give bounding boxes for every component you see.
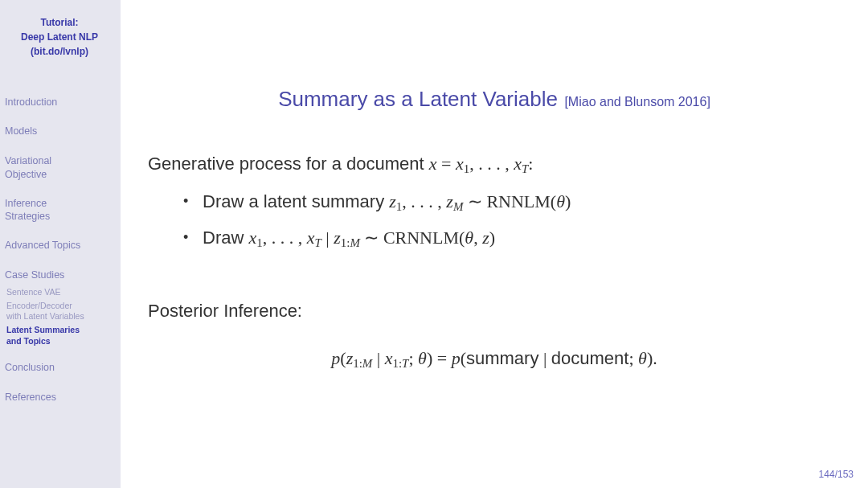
math-colon: : — [528, 154, 533, 174]
nav-models[interactable]: Models — [5, 125, 114, 138]
bullet1-prefix: Draw a latent summary — [203, 191, 389, 211]
math-dots3: , . . . , — [263, 228, 307, 248]
nav-sub-latsum-l1: Latent Summaries — [6, 325, 80, 334]
nav-sub-latsum-l2: and Topics — [6, 336, 51, 346]
math-tilde1: ∼ — [463, 191, 486, 211]
nav-sub-latent-summaries[interactable]: Latent Summaries and Topics — [6, 325, 114, 346]
sidebar-title: Tutorial: Deep Latent NLP (bit.do/lvnlp) — [5, 16, 114, 59]
sidebar: Tutorial: Deep Latent NLP (bit.do/lvnlp)… — [0, 0, 121, 488]
math-crnnlm: CRNNLM — [383, 228, 459, 248]
nav-conclusion[interactable]: Conclusion — [5, 361, 114, 375]
nav-inference-strategies[interactable]: Inference Strategies — [5, 197, 114, 223]
math-dots1: , . . . , — [469, 154, 514, 174]
math-z1M: z — [334, 228, 341, 248]
math-c2: , — [473, 228, 482, 248]
eq-p1: p — [331, 348, 340, 368]
nav-inference-strategies-l2: Strategies — [5, 211, 50, 222]
eq-semi1: ; — [408, 348, 418, 368]
bullet-2: Draw x1, . . . , xT | z1:M ∼ CRNNLM(θ, z… — [183, 226, 841, 251]
nav-variational-objective-l1: Variational — [5, 155, 51, 166]
eq-z-sub1: 1: — [353, 357, 362, 370]
math-rnnlm: RNNLM — [486, 191, 550, 211]
bullet2-prefix: Draw — [203, 228, 248, 248]
sidebar-title-line1: Tutorial: — [5, 16, 114, 29]
math-theta1: θ — [556, 191, 565, 211]
nav-references[interactable]: References — [5, 391, 114, 404]
bullet-list: Draw a latent summary z1, . . . , zM ∼ R… — [183, 190, 841, 251]
posterior-equation: p(z1:M | x1:T; θ) = p(summary | document… — [148, 347, 841, 371]
math-bar1: | — [321, 228, 334, 248]
math-zM: z — [446, 191, 453, 211]
slide-title-text: Summary as a Latent Variable — [278, 87, 558, 111]
math-z1M-subM: M — [350, 236, 359, 249]
page-number: 144/153 — [819, 469, 854, 480]
eq-bar1: | — [372, 348, 384, 368]
eq-theta2: θ — [638, 348, 647, 368]
math-zM-sub: M — [453, 200, 463, 213]
eq-summary: summary — [466, 348, 538, 368]
math-zarg: z — [482, 228, 489, 248]
eq-z: z — [346, 348, 354, 368]
eq-eq: = — [432, 348, 451, 368]
math-rp1: ) — [565, 191, 571, 211]
nav-sub-encoder-decoder[interactable]: Encoder/Decoder with Latent Variables — [6, 301, 114, 322]
nav-sub-encdec-l2: with Latent Variables — [6, 311, 84, 321]
eq-semi2: ; — [628, 348, 638, 368]
math-dots2: , . . . , — [402, 191, 446, 211]
nav-inference-strategies-l1: Inference — [5, 198, 47, 209]
nav-variational-objective-l2: Objective — [5, 169, 47, 180]
math-xTb: x — [307, 228, 315, 248]
bullet-1: Draw a latent summary z1, . . . , zM ∼ R… — [183, 190, 841, 215]
math-xT: x — [514, 154, 522, 174]
eq-dot: . — [653, 348, 657, 368]
math-tilde2: ∼ — [360, 228, 383, 248]
nav-case-studies[interactable]: Case Studies — [5, 269, 114, 282]
nav-case-studies-sublist: Sentence VAE Encoder/Decoder with Latent… — [6, 287, 114, 347]
slide-citation: [Miao and Blunsom 2016] — [564, 95, 710, 109]
math-eq: = — [437, 154, 456, 174]
math-x1b: x — [248, 228, 256, 248]
eq-bar2: | — [538, 348, 551, 368]
eq-theta1: θ — [418, 348, 427, 368]
sidebar-title-line2: Deep Latent NLP — [5, 31, 114, 43]
math-xTb-sub: T — [314, 236, 321, 249]
nav-sub-encdec-l1: Encoder/Decoder — [6, 301, 72, 310]
math-rp2: ) — [489, 228, 495, 248]
math-x1: x — [456, 154, 464, 174]
math-theta2: θ — [465, 228, 473, 248]
intro-line: Generative process for a document x = x1… — [148, 152, 841, 177]
nav-introduction[interactable]: Introduction — [5, 96, 114, 109]
sidebar-title-line3: (bit.do/lvnlp) — [5, 45, 114, 58]
slide-title: Summary as a Latent Variable [Miao and B… — [148, 87, 841, 112]
eq-document: document — [551, 348, 629, 368]
eq-x: x — [385, 348, 393, 368]
posterior-label: Posterior Inference: — [148, 299, 841, 323]
intro-prefix: Generative process for a document — [148, 154, 429, 174]
eq-lp1: ( — [340, 348, 346, 368]
eq-z-subM: M — [362, 357, 372, 370]
math-z1: z — [389, 191, 396, 211]
nav-sub-sentence-vae[interactable]: Sentence VAE — [6, 287, 114, 297]
eq-p2: p — [452, 348, 461, 368]
math-x: x — [429, 154, 437, 174]
math-x1b-sub: 1 — [256, 236, 262, 249]
nav-advanced-topics[interactable]: Advanced Topics — [5, 239, 114, 252]
eq-x-sub1: 1: — [392, 357, 402, 370]
nav-variational-objective[interactable]: Variational Objective — [5, 154, 114, 181]
slide-content: Summary as a Latent Variable [Miao and B… — [121, 0, 868, 488]
math-z1M-sub1: 1: — [341, 236, 350, 249]
eq-lp2: ( — [461, 348, 466, 368]
